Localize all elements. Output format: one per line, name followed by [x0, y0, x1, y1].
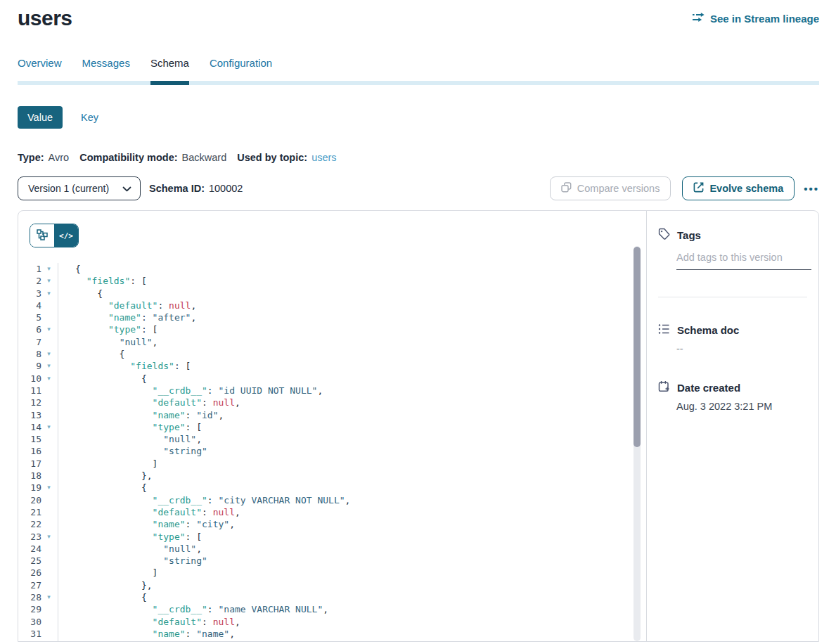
fold-spacer	[41, 409, 56, 421]
see-in-stream-lineage-link[interactable]: See in Stream lineage	[692, 12, 819, 25]
code-text: },	[58, 470, 153, 482]
fold-toggle-icon[interactable]: ▾	[41, 640, 56, 641]
date-created-heading: Date created	[658, 380, 807, 394]
fold-toggle-icon[interactable]: ▾	[41, 482, 56, 494]
code-text: "type": [	[58, 640, 202, 641]
code-gutter: 8▾	[18, 348, 58, 360]
code-gutter: 21	[18, 506, 58, 518]
code-gutter: 6▾	[18, 323, 58, 335]
topic-link[interactable]: users	[311, 152, 336, 163]
schema-sidebar: Tags	[647, 211, 818, 641]
fold-toggle-icon[interactable]: ▾	[41, 263, 56, 275]
fold-toggle-icon[interactable]: ▾	[41, 373, 56, 385]
evolve-schema-icon	[693, 182, 704, 195]
code-text: },	[58, 579, 153, 591]
add-tags-input[interactable]	[676, 249, 811, 270]
fold-spacer	[41, 603, 56, 615]
code-gutter: 15	[18, 433, 58, 445]
line-number: 28	[18, 591, 41, 603]
line-number: 13	[18, 409, 41, 421]
date-created-value: Aug. 3 2022 3:21 PM	[676, 401, 807, 412]
code-gutter: 30	[18, 616, 58, 628]
code-text: {	[58, 591, 147, 603]
code-line: 12 "default": null,	[18, 397, 646, 408]
fold-spacer	[41, 579, 56, 591]
fold-spacer	[41, 445, 56, 457]
fold-toggle-icon[interactable]: ▾	[41, 288, 56, 300]
code-line: 22 "name": "city",	[18, 518, 646, 530]
code-gutter: 20	[18, 494, 58, 506]
code-line: 11 "__crdb__": "id UUID NOT NULL",	[18, 385, 646, 397]
editor-scrollbar-thumb[interactable]	[634, 247, 641, 447]
code-text: {	[58, 263, 81, 275]
fold-toggle-icon[interactable]: ▾	[41, 531, 56, 543]
code-line: 3▾ {	[18, 288, 646, 300]
evolve-schema-label: Evolve schema	[709, 183, 783, 194]
schema-panel: </> 1▾{2▾ "fields": [3▾ {4 "default": nu…	[18, 210, 819, 642]
fold-toggle-icon[interactable]: ▾	[41, 421, 56, 433]
page-header: users See in Stream lineage	[18, 0, 819, 57]
code-text: "default": null,	[58, 506, 240, 518]
tab-schema[interactable]: Schema	[150, 57, 189, 81]
code-line: 9▾ "fields": [	[18, 360, 646, 372]
schema-id-label: Schema ID:	[149, 183, 205, 194]
tags-heading: Tags	[658, 228, 807, 242]
fold-spacer	[41, 433, 56, 445]
code-gutter: 24	[18, 543, 58, 555]
code-line: 31 "name": "name",	[18, 628, 646, 640]
evolve-schema-button[interactable]: Evolve schema	[682, 176, 795, 200]
code-view-button[interactable]: </>	[54, 224, 78, 247]
code-text: {	[58, 373, 147, 385]
code-line: 18 },	[18, 470, 646, 482]
code-line: 7 "null",	[18, 336, 646, 348]
code-text: "name": "after",	[58, 311, 196, 323]
schema-page: users See in Stream lineage OverviewMess…	[0, 0, 836, 642]
fold-toggle-icon[interactable]: ▾	[41, 323, 56, 335]
code-gutter: 16	[18, 445, 58, 457]
stream-lineage-label: See in Stream lineage	[710, 13, 819, 25]
fold-toggle-icon[interactable]: ▾	[41, 591, 56, 603]
code-gutter: 7	[18, 336, 58, 348]
fold-toggle-icon[interactable]: ▾	[41, 360, 56, 372]
version-selector[interactable]: Version 1 (current)	[18, 176, 141, 200]
tree-view-button[interactable]	[30, 224, 54, 247]
schema-doc-icon	[658, 323, 670, 337]
type-label: Type:	[18, 152, 44, 163]
code-text: ]	[58, 567, 157, 579]
code-line: 8▾ {	[18, 348, 646, 360]
code-line: 21 "default": null,	[18, 506, 646, 518]
tree-view-icon	[37, 229, 48, 243]
value-tab-button[interactable]: Value	[18, 106, 63, 129]
compare-versions-button[interactable]: Compare versions	[550, 176, 671, 200]
line-number: 23	[18, 531, 41, 543]
line-number: 25	[18, 555, 41, 567]
fold-spacer	[41, 336, 56, 348]
tab-overview[interactable]: Overview	[18, 57, 62, 81]
code-gutter: 18	[18, 470, 58, 482]
fold-spacer	[41, 397, 56, 408]
version-toolbar: Version 1 (current) Schema ID: 100002 Co…	[18, 176, 819, 200]
code-line: 5 "name": "after",	[18, 311, 646, 323]
line-number: 6	[18, 323, 41, 335]
editor-scrollbar-track[interactable]	[634, 246, 641, 641]
code-gutter: 1▾	[18, 263, 58, 275]
tab-messages[interactable]: Messages	[82, 57, 130, 81]
fold-toggle-icon[interactable]: ▾	[41, 275, 56, 287]
code-gutter: 3▾	[18, 288, 58, 300]
line-number: 21	[18, 506, 41, 518]
line-number: 26	[18, 567, 41, 579]
code-line: 28▾ {	[18, 591, 646, 603]
fold-spacer	[41, 385, 56, 397]
compatibility-label: Compatibility mode:	[79, 152, 177, 163]
key-tab-button[interactable]: Key	[81, 112, 98, 123]
calendar-plus-icon	[658, 380, 670, 394]
code-text: "__crdb__": "name VARCHAR NULL",	[58, 603, 328, 615]
tab-configuration[interactable]: Configuration	[210, 57, 272, 81]
more-options-button[interactable]: •••	[804, 183, 819, 195]
used-by-topic-label: Used by topic:	[237, 152, 307, 163]
fold-spacer	[41, 494, 56, 506]
stream-lineage-icon	[692, 12, 705, 25]
fold-spacer	[41, 311, 56, 323]
fold-toggle-icon[interactable]: ▾	[41, 348, 56, 360]
code-text: "null",	[58, 336, 157, 348]
